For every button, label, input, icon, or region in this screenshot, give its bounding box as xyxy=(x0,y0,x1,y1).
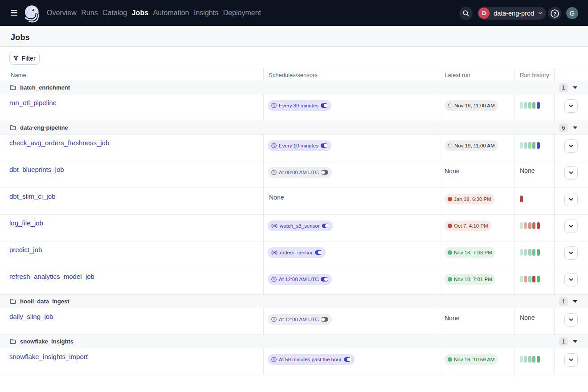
svg-text:?: ? xyxy=(553,11,556,16)
